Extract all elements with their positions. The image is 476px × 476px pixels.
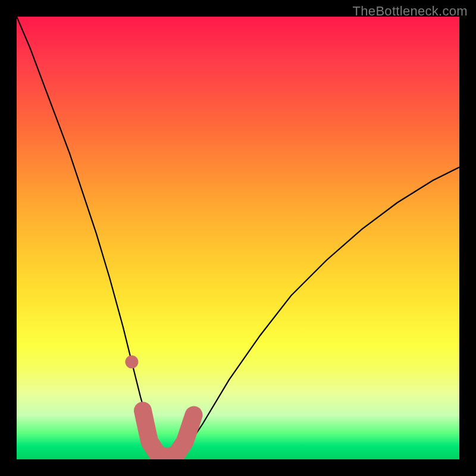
- curve-svg: [17, 17, 459, 459]
- chart-frame: TheBottleneck.com: [0, 0, 476, 476]
- optimal-isolated-dot: [125, 355, 138, 368]
- optimal-range-markers: [125, 355, 138, 368]
- plot-area: [17, 17, 459, 459]
- bottleneck-curve: [17, 17, 459, 459]
- optimal-range-stroke: [143, 411, 194, 457]
